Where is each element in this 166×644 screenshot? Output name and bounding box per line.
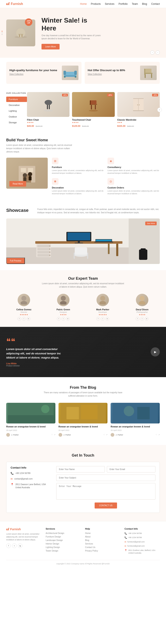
footer-link-furniture[interactable]: Furniture Design	[46, 536, 81, 538]
svg-rect-10	[65, 76, 75, 76]
dot-1[interactable]	[2, 31, 3, 32]
social-in-2[interactable]: in	[66, 317, 70, 321]
footer-link-landscape[interactable]: Landscape Design	[46, 539, 81, 542]
blog-like-1[interactable]: ♡	[51, 434, 53, 436]
svg-rect-15	[144, 69, 145, 75]
avatar-svg-2	[59, 295, 67, 304]
svg-rect-37	[28, 168, 33, 172]
footer-social-ig[interactable]: ig	[18, 544, 22, 548]
blog-actions-1: ♡ ↗	[51, 434, 55, 436]
contact-address: 2811 Dawson Lane Belford, USA United Aus…	[15, 483, 52, 489]
footer-link-arch[interactable]: Architectural Design	[46, 532, 81, 534]
social-in-4[interactable]: in	[145, 317, 148, 321]
cat-furniture[interactable]: Furniture	[6, 96, 27, 102]
nav-link-team[interactable]: Team	[132, 2, 138, 6]
blog-like-2[interactable]: ♡	[103, 434, 105, 436]
contact-title: Get In Touch	[6, 453, 160, 458]
footer-help-privacy[interactable]: Privacy Policy	[85, 550, 120, 552]
blog-img-3	[111, 403, 160, 424]
footer-help-blog[interactable]: Blog	[85, 539, 120, 542]
dot-2[interactable]	[2, 32, 3, 33]
product-name-2: Touchwood Chair	[72, 118, 115, 121]
hero-cta-button[interactable]: Learn More	[42, 44, 59, 50]
svg-point-21	[89, 110, 98, 112]
build-desc: Lorem ipsum dolor sit amet, consectetur …	[6, 144, 77, 154]
svg-rect-23	[90, 100, 97, 104]
dot-3[interactable]	[2, 34, 3, 35]
nav-link-services[interactable]: Services	[105, 2, 114, 6]
showcase-preview-button[interactable]: Full Preview	[6, 258, 25, 264]
footer-help-contact[interactable]: Contact Us	[85, 546, 120, 548]
social-tw-1[interactable]: t	[22, 317, 26, 321]
nav-link-contact[interactable]: Contact	[151, 2, 160, 6]
cat-decorative[interactable]: Decorative	[6, 102, 27, 108]
testimonial-author-title: Product Director	[6, 365, 64, 367]
svg-rect-69	[74, 252, 75, 259]
form-row-2	[56, 474, 155, 481]
footer-social-fb[interactable]: f	[6, 544, 11, 548]
social-tw-4[interactable]: t	[140, 317, 144, 321]
footer-help-home[interactable]: Home	[85, 532, 120, 534]
blog-share-2[interactable]: ↗	[106, 434, 108, 436]
svg-rect-28	[133, 98, 144, 99]
build-image: Read More	[6, 158, 48, 189]
cat-lighting[interactable]: Lighting	[6, 108, 27, 114]
contact-subject-input[interactable]	[56, 474, 155, 481]
products-next-arrow[interactable]: ›	[157, 108, 162, 112]
next-arrow[interactable]: ›	[156, 50, 160, 54]
social-fb-1[interactable]: f	[18, 317, 21, 321]
team-name-2: Patric Green	[46, 308, 81, 311]
blog-share-1[interactable]: ↗	[54, 434, 55, 436]
cat-storage[interactable]: Storage	[6, 120, 27, 125]
svg-rect-86	[66, 407, 79, 419]
nav-link-products[interactable]: Products	[91, 2, 101, 6]
contact-submit-button[interactable]: CONTACT US	[95, 502, 117, 508]
promo-link-1[interactable]: View Collection	[9, 73, 57, 75]
footer-social-tw[interactable]: t	[12, 544, 17, 548]
svg-rect-52	[37, 245, 50, 247]
contact-message-textarea[interactable]	[56, 483, 155, 500]
svg-rect-88	[113, 403, 158, 424]
contact-email-input[interactable]	[107, 466, 155, 472]
footer-link-lighting[interactable]: Lighting Design	[46, 546, 81, 548]
svg-rect-53	[37, 248, 50, 250]
social-fb-4[interactable]: f	[136, 317, 139, 321]
footer-help-services[interactable]: Services	[85, 543, 120, 545]
nav-link-blog[interactable]: Blog	[142, 2, 147, 6]
build-cta-button[interactable]: Read More	[9, 181, 26, 186]
promo-link-2[interactable]: View Collection	[88, 73, 125, 75]
cat-outdoor[interactable]: Outdoor	[6, 114, 27, 119]
footer-col-contact: Contact Info 📞 +88 1234 56789 📞 +88 1234…	[124, 528, 160, 556]
product-badge-3: -30%	[152, 94, 158, 96]
footer-col-help: Help Home About Blog Services Contact Us…	[85, 528, 120, 556]
author-avatar-3	[111, 433, 114, 437]
social-in-3[interactable]: in	[105, 317, 109, 321]
footer-link-interior[interactable]: Interior Design	[46, 543, 81, 545]
quote-mark: ❝❝	[6, 337, 64, 346]
blog-share-3[interactable]: ↗	[158, 434, 160, 436]
footer-help-about[interactable]: About	[85, 536, 120, 538]
prev-arrow[interactable]: ‹	[150, 50, 154, 54]
contact-name-input[interactable]	[56, 466, 105, 472]
promo-text-2: Hot Offer Discount up to 80% View Collec…	[88, 69, 125, 77]
blog-like-3[interactable]: ♡	[156, 434, 157, 436]
nav-logo[interactable]: 🛋 Furnish	[6, 2, 23, 6]
promo-text-1: High-quality furnitures for your home Vi…	[9, 69, 57, 77]
social-fb-2[interactable]: f	[57, 317, 61, 321]
blog-author-row-2: J. Parker ♡ ↗	[58, 433, 108, 437]
svg-point-38	[23, 173, 27, 177]
hero-furniture-svg	[13, 26, 29, 40]
nav-link-home[interactable]: Home	[80, 2, 87, 6]
promo-title-1: High-quality furnitures for your home	[9, 69, 57, 72]
testimonial-play-button[interactable]: ▶	[151, 347, 160, 356]
nav-link-portfolio[interactable]: Portfolio	[119, 2, 128, 6]
showcase-tag[interactable]: See More	[145, 222, 157, 225]
social-tw-2[interactable]: t	[61, 317, 65, 321]
social-fb-3[interactable]: f	[96, 317, 100, 321]
contact-email-item: ✉ contact@gmail.com	[11, 477, 52, 480]
svg-rect-36	[21, 168, 26, 172]
footer-link-tower[interactable]: Tower Design	[46, 550, 81, 552]
social-tw-3[interactable]: t	[101, 317, 105, 321]
social-in-1[interactable]: in	[27, 317, 30, 321]
team-role-2: Designer	[46, 311, 81, 313]
